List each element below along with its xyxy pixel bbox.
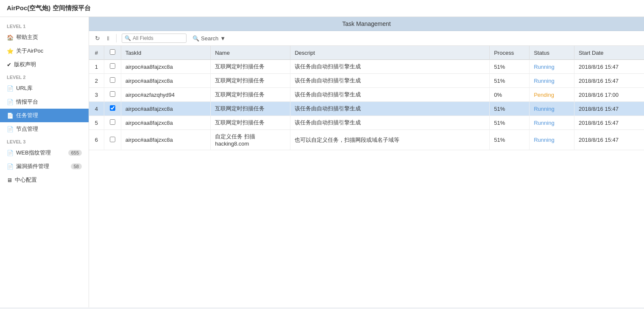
sidebar-item-intel-platform[interactable]: 📄 情报平台 xyxy=(0,95,89,109)
table-row[interactable]: 6 airpoc#aa8fajzxc8a 自定义任务 扫描hacking8.co… xyxy=(89,130,644,150)
cell-process: 51% xyxy=(490,116,530,130)
cell-descript: 该任务由自动扫描引擎生成 xyxy=(290,60,490,74)
refresh-button[interactable]: ↻ xyxy=(93,34,102,42)
check-icon: ✔ xyxy=(7,62,11,68)
row-checkbox[interactable] xyxy=(110,105,115,111)
cell-startdate: 2018/8/16 15:47 xyxy=(574,102,644,116)
search-button[interactable]: 🔍 Search ▼ xyxy=(190,34,228,43)
cell-num: 1 xyxy=(89,60,104,74)
level2-label: LEVEL 2 xyxy=(0,71,89,81)
table-row[interactable]: 5 airpoc#aa8fajzxc8a 互联网定时扫描任务 该任务由自动扫描引… xyxy=(89,116,644,130)
cell-process: 51% xyxy=(490,130,530,150)
table-row[interactable]: 4 airpoc#aa8fajzxc8a 互联网定时扫描任务 该任务由自动扫描引… xyxy=(89,102,644,116)
cell-process: 51% xyxy=(490,102,530,116)
content-area: Task Management ↻ ⦀ 🔍 🔍 Search ▼ # xyxy=(89,17,644,307)
col-header-descript: Descript xyxy=(290,46,490,60)
cell-num: 2 xyxy=(89,74,104,88)
col-header-checkbox xyxy=(104,46,121,60)
level1-label: LEVEL 1 xyxy=(0,20,89,31)
cell-name: 互联网定时扫描任务 xyxy=(211,88,290,102)
cell-num: 4 xyxy=(89,102,104,116)
cell-startdate: 2018/8/16 15:47 xyxy=(574,130,644,150)
sidebar-item-copyright[interactable]: ✔ 版权声明 xyxy=(0,58,89,71)
cell-startdate: 2018/8/16 15:47 xyxy=(574,116,644,130)
sidebar-item-label: URL库 xyxy=(16,84,33,92)
cell-taskid: airpoc#aa8fajzxc8a xyxy=(121,60,211,74)
col-header-startdate: Start Date xyxy=(574,46,644,60)
sidebar-item-help-home[interactable]: 🏠 帮助主页 xyxy=(0,31,89,44)
doc-icon: 📄 xyxy=(7,99,14,105)
cell-descript: 也可以自定义任务，扫描网段或域名子域等 xyxy=(290,130,490,150)
row-checkbox[interactable] xyxy=(110,137,115,142)
search-field-icon: 🔍 xyxy=(125,35,131,41)
sidebar-item-node-management[interactable]: 📄 节点管理 xyxy=(0,122,89,136)
cell-checkbox[interactable] xyxy=(104,60,121,74)
cell-checkbox[interactable] xyxy=(104,88,121,102)
row-checkbox[interactable] xyxy=(110,63,115,69)
select-all-checkbox[interactable] xyxy=(110,49,115,55)
col-header-taskid: TaskId xyxy=(121,46,211,60)
cell-num: 6 xyxy=(89,130,104,150)
cell-status: Running xyxy=(530,60,574,74)
sidebar: LEVEL 1 🏠 帮助主页 ⭐ 关于AirPoc ✔ 版权声明 LEVEL 2… xyxy=(0,17,89,307)
cell-checkbox[interactable] xyxy=(104,116,121,130)
sidebar-item-task-management[interactable]: 📄 任务管理 xyxy=(0,109,89,122)
cell-startdate: 2018/8/16 15:47 xyxy=(574,74,644,88)
columns-button[interactable]: ⦀ xyxy=(105,34,111,43)
row-checkbox[interactable] xyxy=(110,119,115,125)
leak-plugin-badge: 58 xyxy=(71,163,82,169)
table-row[interactable]: 1 airpoc#aa8fajzxc8a 互联网定时扫描任务 该任务由自动扫描引… xyxy=(89,60,644,74)
cell-taskid: airpoc#aa8fajzxc8a xyxy=(121,130,211,150)
sidebar-item-label: WEB指纹管理 xyxy=(16,149,51,157)
search-dropdown-icon: ▼ xyxy=(220,35,226,42)
table-row[interactable]: 2 airpoc#aa8fajzxc8a 互联网定时扫描任务 该任务由自动扫描引… xyxy=(89,74,644,88)
sidebar-item-label: 任务管理 xyxy=(16,112,38,119)
toolbar-divider xyxy=(116,34,117,42)
cell-taskid: airpoc#azfazqhyd94 xyxy=(121,88,211,102)
cell-status: Pending xyxy=(530,88,574,102)
row-checkbox[interactable] xyxy=(110,91,115,97)
toolbar: ↻ ⦀ 🔍 🔍 Search ▼ xyxy=(89,31,644,46)
monitor-icon: 🖥 xyxy=(7,177,12,183)
sidebar-item-label: 帮助主页 xyxy=(16,34,38,41)
cell-taskid: airpoc#aa8fajzxc8a xyxy=(121,102,211,116)
cell-checkbox[interactable] xyxy=(104,102,121,116)
cell-checkbox[interactable] xyxy=(104,130,121,150)
sidebar-item-web-fingerprint[interactable]: 📄 WEB指纹管理 655 xyxy=(0,146,89,160)
cell-process: 51% xyxy=(490,74,530,88)
sidebar-item-label: 情报平台 xyxy=(16,98,38,106)
table-row[interactable]: 3 airpoc#azfazqhyd94 互联网定时扫描任务 该任务由自动扫描引… xyxy=(89,88,644,102)
cell-status: Running xyxy=(530,116,574,130)
star-icon: ⭐ xyxy=(7,48,14,54)
search-button-label: Search xyxy=(201,35,218,42)
sidebar-item-label: 版权声明 xyxy=(14,61,36,68)
col-header-num: # xyxy=(89,46,104,60)
sidebar-item-center-config[interactable]: 🖥 中心配置 xyxy=(0,173,89,187)
sidebar-item-about-airpoc[interactable]: ⭐ 关于AirPoc xyxy=(0,44,89,58)
search-input[interactable] xyxy=(133,35,184,41)
table-container: # TaskId Name Descript Process Status St… xyxy=(89,46,644,307)
search-magnifier-icon: 🔍 xyxy=(192,35,199,42)
table-header-row: # TaskId Name Descript Process Status St… xyxy=(89,46,644,60)
row-checkbox[interactable] xyxy=(110,77,115,83)
cell-name: 互联网定时扫描任务 xyxy=(211,116,290,130)
panel-title: Task Management xyxy=(89,17,644,31)
cell-startdate: 2018/8/16 17:00 xyxy=(574,88,644,102)
cell-num: 3 xyxy=(89,88,104,102)
sidebar-item-url-library[interactable]: 📄 URL库 xyxy=(0,81,89,95)
cell-taskid: airpoc#aa8fajzxc8a xyxy=(121,74,211,88)
doc-icon: 📄 xyxy=(7,85,14,92)
app-title: AirPoc(空气炮) 空间情报平台 xyxy=(7,4,91,11)
cell-name: 互联网定时扫描任务 xyxy=(211,60,290,74)
cell-checkbox[interactable] xyxy=(104,74,121,88)
cell-descript: 该任务由自动扫描引擎生成 xyxy=(290,102,490,116)
cell-descript: 该任务由自动扫描引擎生成 xyxy=(290,88,490,102)
cell-status: Running xyxy=(530,102,574,116)
cell-status: Running xyxy=(530,130,574,150)
home-icon: 🏠 xyxy=(7,34,14,41)
doc-icon: 📄 xyxy=(7,126,14,132)
cell-name: 自定义任务 扫描hacking8.com xyxy=(211,130,290,150)
sidebar-item-label: 中心配置 xyxy=(15,176,37,184)
col-header-name: Name xyxy=(211,46,290,60)
sidebar-item-leak-plugin[interactable]: 📄 漏洞插件管理 58 xyxy=(0,160,89,173)
